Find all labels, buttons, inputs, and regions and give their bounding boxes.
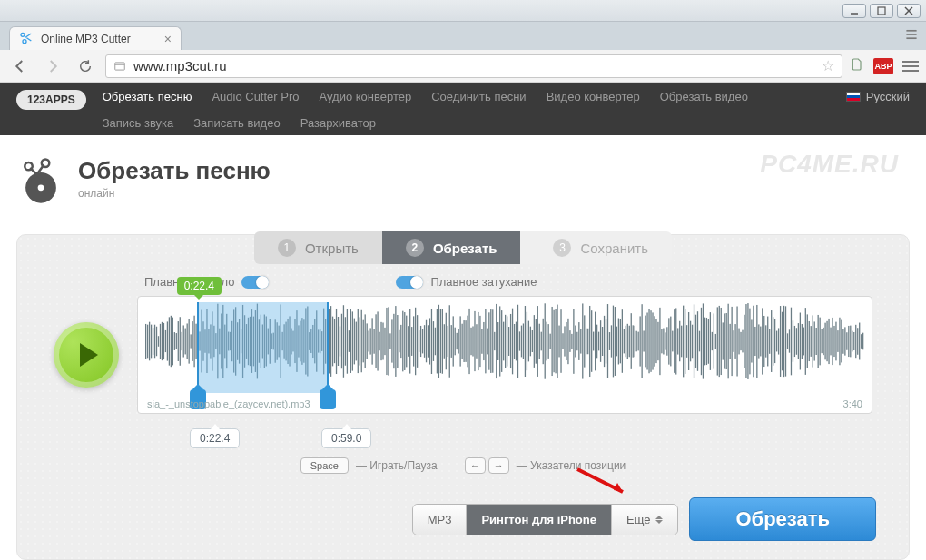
svg-rect-390 xyxy=(823,328,823,355)
address-bar[interactable]: ☆ xyxy=(105,54,842,78)
fade-out-toggle[interactable] xyxy=(396,276,423,289)
svg-rect-326 xyxy=(708,319,709,364)
svg-rect-169 xyxy=(426,320,427,363)
fade-in-toggle[interactable] xyxy=(241,276,269,289)
play-button[interactable] xyxy=(54,322,119,388)
space-key-icon: Space xyxy=(300,457,349,474)
svg-rect-222 xyxy=(521,326,522,358)
nav-link-join-songs[interactable]: Соединить песни xyxy=(431,90,526,103)
nav-link-cut-song[interactable]: Обрезать песню xyxy=(103,90,192,103)
step-save[interactable]: 3Сохранить xyxy=(520,231,672,264)
svg-rect-335 xyxy=(724,313,725,368)
format-more-button[interactable]: Еще xyxy=(612,505,677,535)
browser-menu-icon[interactable] xyxy=(902,61,919,72)
svg-rect-18 xyxy=(154,325,155,359)
svg-rect-376 xyxy=(798,323,799,359)
svg-rect-185 xyxy=(455,328,456,356)
window-close-button[interactable] xyxy=(897,4,921,18)
svg-rect-277 xyxy=(620,319,621,364)
nav-link-unarchiver[interactable]: Разархиватор xyxy=(300,116,376,130)
svg-rect-403 xyxy=(846,332,847,350)
svg-rect-323 xyxy=(703,303,704,378)
nav-link-record-video[interactable]: Записать видео xyxy=(193,116,280,130)
browser-tab-active[interactable]: Online MP3 Cutter × xyxy=(9,26,182,50)
svg-rect-195 xyxy=(472,326,473,356)
svg-rect-125 xyxy=(347,309,348,373)
svg-rect-357 xyxy=(763,316,764,367)
svg-rect-297 xyxy=(655,319,656,363)
svg-rect-321 xyxy=(699,331,700,352)
cut-button[interactable]: Обрезать xyxy=(689,497,876,541)
svg-rect-262 xyxy=(593,332,594,351)
svg-rect-183 xyxy=(451,325,452,358)
svg-rect-366 xyxy=(780,306,781,377)
svg-rect-310 xyxy=(679,321,680,361)
nav-link-cut-video[interactable]: Обрезать видео xyxy=(660,90,748,103)
window-maximize-button[interactable] xyxy=(870,4,893,18)
svg-rect-162 xyxy=(413,316,414,366)
svg-rect-206 xyxy=(492,309,493,372)
svg-rect-225 xyxy=(527,312,527,370)
svg-rect-404 xyxy=(848,326,849,357)
evernote-clip-icon[interactable] xyxy=(850,57,864,74)
svg-rect-358 xyxy=(765,325,766,357)
svg-rect-377 xyxy=(800,313,801,370)
nav-reload-button[interactable] xyxy=(73,54,98,79)
svg-rect-120 xyxy=(338,317,339,366)
nav-link-audio-cutter-pro[interactable]: Audio Cutter Pro xyxy=(212,90,299,103)
svg-rect-371 xyxy=(789,329,790,352)
brand-logo-pill[interactable]: 123APPS xyxy=(16,90,86,110)
selection-end-time[interactable]: 0:59.0 xyxy=(321,428,371,448)
svg-rect-142 xyxy=(377,311,378,370)
format-mp3-button[interactable]: MP3 xyxy=(413,505,468,535)
selection-end-handle[interactable] xyxy=(327,302,329,393)
svg-rect-369 xyxy=(785,306,786,376)
selection-range[interactable]: 0:22.4 xyxy=(197,302,329,393)
svg-rect-150 xyxy=(391,319,392,362)
svg-rect-140 xyxy=(373,329,374,353)
nav-link-video-converter[interactable]: Видео конвертер xyxy=(547,90,640,103)
nav-back-button[interactable] xyxy=(7,54,33,79)
svg-rect-36 xyxy=(187,323,188,359)
bookmark-star-icon[interactable]: ☆ xyxy=(822,57,834,74)
svg-rect-276 xyxy=(618,319,619,365)
selection-start-handle[interactable]: 0:22.4 xyxy=(197,302,199,393)
nav-link-record-audio[interactable]: Запись звука xyxy=(103,116,174,130)
step-open[interactable]: 1Открыть xyxy=(254,231,382,264)
page-info-icon[interactable] xyxy=(113,60,126,73)
svg-rect-368 xyxy=(783,306,784,377)
svg-rect-117 xyxy=(332,317,333,367)
svg-rect-244 xyxy=(560,309,561,373)
format-iphone-ringtone-button[interactable]: Рингтон для iPhone xyxy=(467,505,612,535)
adblock-plus-icon[interactable]: ABP xyxy=(873,58,893,74)
svg-rect-245 xyxy=(562,333,563,349)
svg-rect-184 xyxy=(453,316,454,366)
svg-rect-186 xyxy=(457,333,458,349)
svg-rect-401 xyxy=(842,329,843,354)
tab-close-icon[interactable]: × xyxy=(164,33,172,45)
svg-rect-290 xyxy=(643,330,644,351)
svg-rect-253 xyxy=(576,332,577,350)
svg-rect-248 xyxy=(567,319,568,364)
svg-rect-373 xyxy=(793,320,793,361)
svg-rect-266 xyxy=(600,320,601,362)
svg-rect-314 xyxy=(686,325,687,358)
svg-rect-145 xyxy=(382,322,383,359)
language-selector[interactable]: Русский xyxy=(846,90,910,103)
svg-rect-165 xyxy=(419,330,419,352)
svg-rect-402 xyxy=(844,327,845,355)
waveform-container[interactable]: 0:22.4 sia_-_unstoppable_(zaycev.net).mp… xyxy=(137,296,872,414)
selection-start-time[interactable]: 0:22.4 xyxy=(190,428,240,448)
nav-forward-button[interactable] xyxy=(40,54,65,79)
svg-rect-391 xyxy=(824,323,825,360)
svg-rect-180 xyxy=(446,313,447,370)
track-duration: 3:40 xyxy=(843,398,862,409)
svg-rect-261 xyxy=(591,310,592,372)
tabstrip-menu-icon[interactable] xyxy=(902,25,921,44)
svg-rect-176 xyxy=(438,305,439,378)
url-input[interactable] xyxy=(133,58,814,74)
nav-link-audio-converter[interactable]: Аудио конвертер xyxy=(320,90,412,103)
flag-ru-icon xyxy=(846,92,861,102)
step-cut[interactable]: 2Обрезать xyxy=(382,231,521,264)
window-minimize-button[interactable] xyxy=(842,4,866,18)
